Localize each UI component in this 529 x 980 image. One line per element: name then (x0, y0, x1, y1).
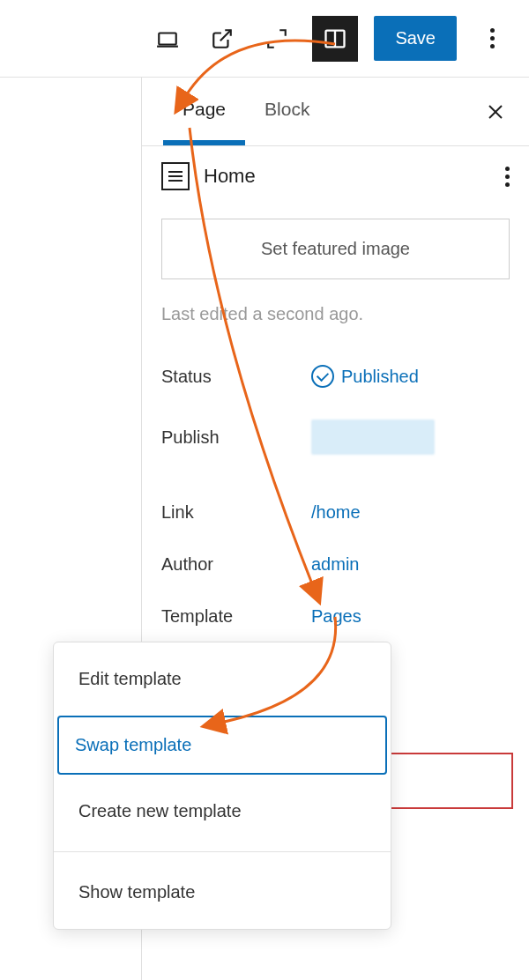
status-label: Status (161, 367, 302, 387)
template-field: Template Pages (142, 590, 529, 642)
template-dropdown-menu: Edit template Swap template Create new t… (53, 642, 391, 930)
external-link-icon[interactable] (203, 19, 242, 58)
author-label: Author (161, 554, 302, 575)
menu-edit-template[interactable]: Edit template (57, 646, 387, 712)
tab-block[interactable]: Block (245, 78, 329, 145)
publish-field: Publish (142, 404, 529, 471)
menu-swap-template[interactable]: Swap template (57, 716, 387, 775)
save-button[interactable]: Save (374, 16, 457, 61)
menu-create-new-template[interactable]: Create new template (57, 778, 387, 844)
check-icon (311, 365, 334, 388)
template-value[interactable]: Pages (311, 606, 361, 627)
menu-show-template[interactable]: Show template (57, 859, 387, 925)
page-type-icon (161, 162, 190, 190)
svg-line-2 (220, 30, 231, 41)
link-field: Link /home (142, 486, 529, 538)
last-edited-text: Last edited a second ago. (142, 297, 529, 349)
device-preview-icon[interactable] (148, 19, 187, 58)
toolbar-more-icon[interactable] (473, 19, 511, 58)
panel-tabs: Page Block (142, 78, 529, 146)
tab-page[interactable]: Page (163, 78, 245, 145)
page-header: Home (142, 146, 529, 206)
page-title: Home (204, 165, 510, 188)
editor-toolbar: Save (0, 0, 529, 78)
publish-value-redacted[interactable] (311, 419, 435, 455)
author-field: Author admin (142, 538, 529, 590)
svg-rect-0 (160, 33, 177, 44)
status-field: Status Published (142, 349, 529, 404)
page-header-more-icon[interactable] (505, 167, 510, 187)
sidebar-toggle-button[interactable] (312, 16, 358, 62)
status-value[interactable]: Published (311, 365, 419, 388)
close-panel-icon[interactable] (481, 98, 510, 126)
author-value[interactable]: admin (311, 554, 359, 575)
link-value[interactable]: /home (311, 502, 361, 523)
menu-divider (54, 851, 391, 852)
publish-label: Publish (161, 427, 302, 448)
template-label: Template (161, 606, 302, 627)
link-label: Link (161, 502, 302, 523)
fullscreen-icon[interactable] (257, 19, 296, 58)
set-featured-image-button[interactable]: Set featured image (161, 219, 510, 279)
status-text: Published (341, 367, 419, 387)
